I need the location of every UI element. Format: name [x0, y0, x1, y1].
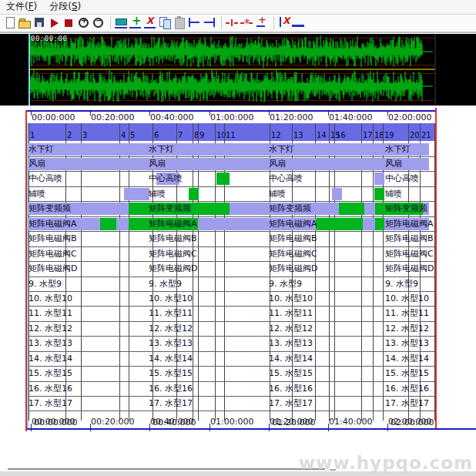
track-label: 12. 水型12 [149, 324, 193, 334]
paste-icon[interactable] [173, 15, 187, 31]
segment-number[interactable]: 6 [154, 131, 159, 139]
top-ruler-line [25, 110, 436, 112]
segment-number[interactable]: 2 [67, 131, 72, 139]
time-label: 01:00:000 [210, 112, 253, 122]
segment-number[interactable]: 7 [178, 131, 183, 139]
end-marker-line[interactable] [435, 108, 437, 430]
menu-segment-label: 分段( [49, 1, 72, 12]
track-label: 水下灯 [149, 145, 174, 154]
delete-segment-icon[interactable] [143, 15, 158, 31]
track-label: 15. 水型15 [28, 369, 72, 378]
track-label: 矩阵电磁阀D [385, 264, 434, 273]
merge-segment-icon[interactable] [240, 15, 254, 31]
segment-number[interactable]: 16 [336, 131, 346, 139]
new-file-icon[interactable] [3, 15, 18, 31]
row-line [28, 321, 434, 322]
track-label: 13. 水型13 [149, 339, 193, 348]
mark-start-icon[interactable] [187, 15, 202, 31]
clear-marks-icon[interactable] [277, 15, 292, 31]
track-label: 矩阵电磁阀C [269, 250, 317, 259]
track-label: 风扇 [149, 159, 166, 169]
track-label: 矩阵电磁阀D [28, 264, 77, 273]
program-block[interactable] [339, 203, 364, 215]
segment-number[interactable]: 5 [130, 131, 135, 139]
track-label: 14. 水型14 [149, 354, 193, 364]
track-label: 中心高喷 [149, 174, 183, 183]
track-label: 矩阵电磁阀C [385, 250, 434, 259]
segment-number[interactable]: 11 [226, 131, 236, 139]
segment-number[interactable]: 1 [30, 131, 35, 139]
track-label: 16. 水型16 [269, 384, 313, 394]
mark-end-icon[interactable] [202, 15, 216, 31]
program-block[interactable] [124, 188, 149, 200]
segment-number[interactable]: 9 [199, 131, 204, 139]
row-line [28, 351, 434, 352]
segment-number[interactable]: 20 [410, 131, 420, 139]
play-icon[interactable] [47, 15, 62, 31]
track-label: 矩阵变频频 [149, 204, 191, 213]
time-label: 00:40:000 [150, 112, 193, 122]
open-file-icon[interactable] [18, 15, 32, 31]
menu-segment[interactable]: 分段(S) [43, 0, 87, 15]
waveform-timestamp: 00:00:00 [31, 35, 67, 42]
track-label: 9. 水型9 [269, 280, 302, 289]
separator [270, 16, 274, 30]
playhead-cursor[interactable] [28, 34, 30, 106]
row-line [28, 186, 434, 187]
program-block[interactable] [216, 173, 230, 185]
segment-number[interactable]: 13 [293, 131, 303, 139]
track-label: 风扇 [385, 159, 402, 169]
track-label: 12. 水型12 [269, 324, 313, 334]
menu-file[interactable]: 文件(F) [0, 0, 43, 15]
segment-number[interactable]: 3 [82, 131, 87, 139]
toolbar [0, 15, 476, 33]
adjust-segment-icon[interactable] [254, 15, 269, 31]
program-block[interactable] [316, 218, 363, 230]
segment-marker-icon[interactable] [114, 15, 129, 31]
split-segment-icon[interactable] [225, 15, 240, 31]
separator [106, 16, 111, 30]
program-block[interactable] [189, 188, 199, 200]
track-label: 14. 水型14 [28, 354, 72, 364]
segment-number[interactable]: 21 [421, 131, 431, 139]
track-label: 11. 水型11 [385, 309, 429, 318]
track-label: 辅喷 [269, 189, 286, 199]
program-block[interactable] [374, 173, 384, 185]
program-grid[interactable]: 00:00:00000:20:00000:40:00001:00:00001:2… [0, 106, 476, 431]
program-block[interactable] [28, 158, 429, 170]
time-label: 00:00:000 [32, 112, 75, 122]
program-block[interactable] [363, 218, 375, 230]
program-block[interactable] [374, 188, 384, 200]
track-label: 矩阵变频频 [28, 204, 71, 213]
program-block[interactable] [332, 188, 342, 200]
segment-number[interactable]: 14 [317, 131, 327, 139]
menu-file-label: 文件( [6, 1, 28, 12]
program-block[interactable] [116, 218, 129, 230]
segment-number[interactable]: 4 [121, 131, 126, 139]
segment-number[interactable]: 17 [363, 131, 373, 139]
segment-boundary [434, 123, 435, 421]
row-line [28, 411, 434, 411]
save-file-icon[interactable] [32, 15, 47, 31]
track-label: 16. 水型16 [149, 384, 193, 394]
baseline-icon[interactable] [292, 15, 307, 31]
segment-number[interactable]: 19 [384, 131, 394, 139]
add-segment-icon[interactable] [129, 15, 143, 31]
row-line [28, 381, 434, 382]
row-line [28, 171, 434, 172]
stop-icon[interactable] [62, 15, 76, 31]
program-block[interactable] [375, 218, 384, 230]
zoom-in-icon[interactable] [76, 15, 91, 31]
waveform-panel[interactable]: 00:00:00 [0, 34, 476, 106]
track-label: 17. 水型17 [269, 399, 313, 408]
segment-number[interactable]: 12 [271, 131, 281, 139]
program-block[interactable] [100, 218, 116, 230]
row-line [28, 291, 434, 292]
copy-icon[interactable] [158, 15, 173, 31]
program-block[interactable] [364, 203, 375, 215]
zoom-out-icon[interactable] [91, 15, 106, 31]
track-label: 矩阵电磁阀B [385, 234, 434, 243]
program-block[interactable] [28, 143, 429, 156]
app-window: 文件(F) 分段(S) 00:00:00 00:00:00000:20:0000… [0, 0, 476, 476]
menu-file-key: F [28, 1, 34, 12]
